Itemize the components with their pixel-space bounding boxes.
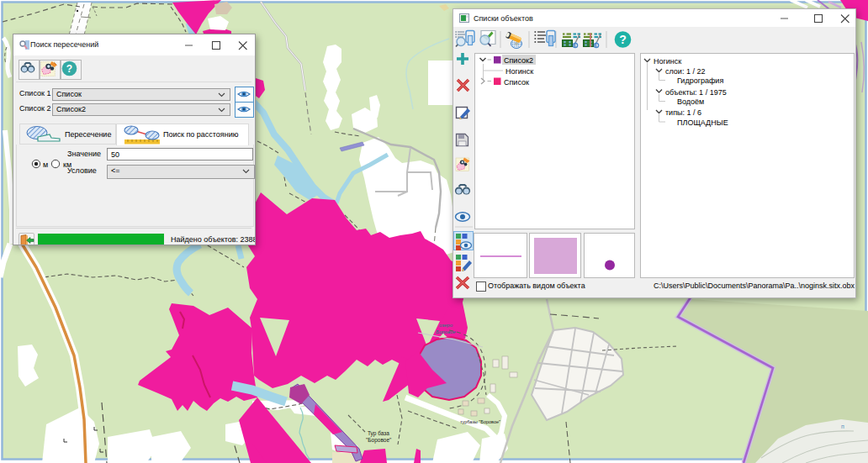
svg-text:турбазы "Боровое": турбазы "Боровое" <box>460 419 500 424</box>
svg-text:п: п <box>841 424 844 429</box>
svg-text:объекты: 1 / 1975: объекты: 1 / 1975 <box>665 88 727 97</box>
svg-text:Ногинск: Ногинск <box>505 67 533 76</box>
svg-text:ПЛОЩАДНЫЕ: ПЛОЩАДНЫЕ <box>677 118 728 127</box>
svg-text:Ногинск: Ногинск <box>654 57 681 66</box>
svg-text:"Боровое": "Боровое" <box>366 437 392 444</box>
svg-text:Водоём: Водоём <box>677 97 704 106</box>
svg-text:?: ? <box>66 63 72 75</box>
svg-text:Список2: Список2 <box>504 56 533 65</box>
svg-text:Список: Список <box>504 78 529 87</box>
svg-text:типы: 1 / 6: типы: 1 / 6 <box>665 108 701 117</box>
svg-text:озеро: озеро <box>439 323 453 328</box>
svg-text:Боровое: Боровое <box>436 329 456 334</box>
svg-text:Тур база: Тур база <box>368 430 389 437</box>
svg-text:слои: 1 / 22: слои: 1 / 22 <box>665 67 705 76</box>
svg-text:?: ? <box>619 33 627 46</box>
svg-text:Гидрография: Гидрография <box>677 76 723 85</box>
